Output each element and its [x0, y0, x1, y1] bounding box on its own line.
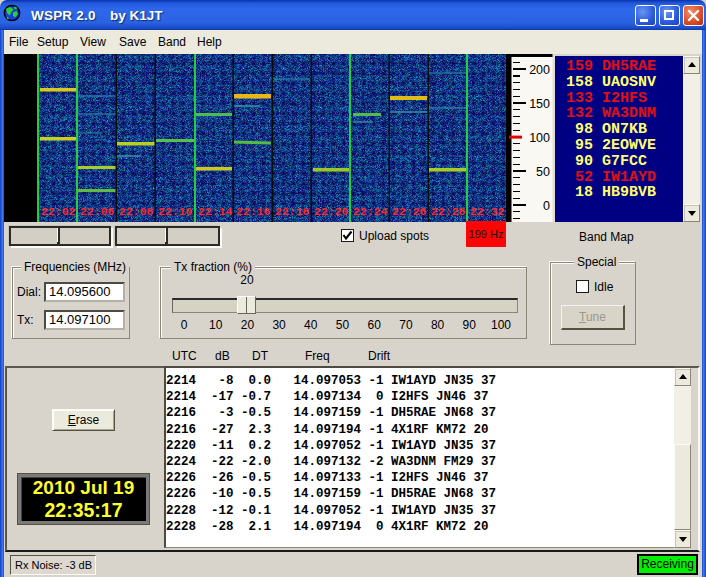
svg-text:22:20: 22:20 [314, 205, 349, 218]
svg-text:22:06: 22:06 [80, 205, 115, 218]
svg-text:50: 50 [536, 165, 550, 179]
svg-text:22:28: 22:28 [431, 205, 466, 218]
svg-text:22:02: 22:02 [41, 205, 76, 218]
svg-text:22:16: 22:16 [236, 205, 271, 218]
svg-text:150: 150 [529, 97, 550, 111]
svg-text:22:24: 22:24 [353, 205, 388, 218]
svg-text:100: 100 [529, 131, 550, 145]
svg-text:22:18: 22:18 [275, 205, 310, 218]
svg-text:22:32: 22:32 [470, 205, 505, 218]
svg-text:200: 200 [529, 63, 550, 77]
svg-text:22:14: 22:14 [198, 205, 233, 218]
svg-text:0: 0 [543, 199, 550, 213]
svg-text:22:08: 22:08 [119, 205, 154, 218]
svg-text:22:10: 22:10 [158, 205, 193, 218]
svg-text:22:26: 22:26 [392, 205, 427, 218]
